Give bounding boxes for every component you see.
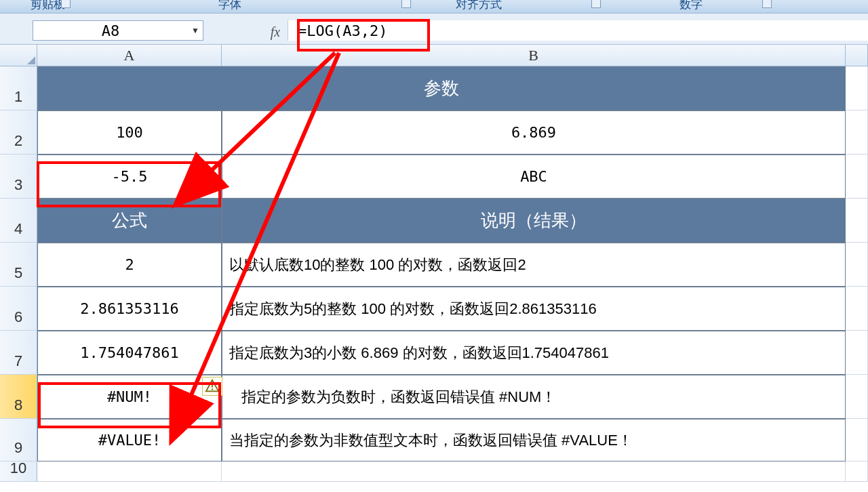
error-smart-tag[interactable]	[202, 377, 222, 396]
cell-c1[interactable]	[846, 66, 868, 110]
cell-b8[interactable]: 指定的参数为负数时，函数返回错误值 #NUM！	[222, 375, 846, 419]
cell-b3[interactable]: ABC	[222, 155, 846, 199]
cell-a4[interactable]: 公式	[37, 199, 222, 243]
row-header-9[interactable]: 9	[0, 419, 37, 462]
name-box[interactable]: A8 ▼	[33, 20, 203, 41]
dialog-launcher-icon[interactable]	[762, 0, 772, 8]
row-header-6[interactable]: 6	[0, 287, 37, 331]
row-header-8[interactable]: 8	[0, 375, 37, 419]
cell-c9[interactable]	[846, 419, 868, 462]
cell-c10[interactable]	[846, 462, 868, 482]
cell-b9[interactable]: 当指定的参数为非数值型文本时，函数返回错误值 #VALUE！	[222, 419, 846, 462]
row-header-7[interactable]: 7	[0, 331, 37, 375]
ribbon-group-alignment: 对齐方式	[456, 0, 502, 12]
cell-b10[interactable]	[222, 462, 846, 482]
cell-b5[interactable]: 以默认底数10的整数 100 的对数，函数返回2	[222, 243, 846, 287]
column-header-a[interactable]: A	[37, 45, 222, 66]
row-header-1[interactable]: 1	[0, 66, 37, 110]
cells-area: 参数 100 6.869 -5.5 ABC 公式 说明（结果） 2 以默认底数1	[37, 66, 868, 482]
column-headers: A B	[0, 45, 868, 66]
row-header-4[interactable]: 4	[0, 199, 37, 243]
ribbon-group-number: 数字	[679, 0, 703, 12]
row-headers: 1 2 3 4 5 6 7 8 9 10	[0, 66, 37, 482]
ribbon-bottom-edge: 剪贴板 字体 对齐方式 数字	[0, 0, 868, 14]
cell-a5[interactable]: 2	[37, 243, 222, 287]
cell-c3[interactable]	[846, 155, 868, 199]
cell-a3[interactable]: -5.5	[37, 155, 222, 199]
ribbon-group-font: 字体	[218, 0, 241, 12]
cell-c7[interactable]	[846, 331, 868, 375]
chevron-down-icon[interactable]: ▼	[188, 26, 203, 35]
cell-a8[interactable]: #NUM!	[37, 375, 222, 419]
cell-b6[interactable]: 指定底数为5的整数 100 的对数，函数返回2.861353116	[222, 287, 846, 331]
cell-b8-text: 指定的参数为负数时，函数返回错误值 #NUM！	[241, 387, 556, 407]
formula-text: =LOG(A3,2)	[298, 22, 387, 39]
cell-c8[interactable]	[846, 375, 868, 419]
cell-a7[interactable]: 1.754047861	[37, 331, 222, 375]
row-header-2[interactable]: 2	[0, 110, 37, 155]
cell-b7[interactable]: 指定底数为3的小数 6.869 的对数，函数返回1.754047861	[222, 331, 846, 375]
cell-c4[interactable]	[846, 199, 868, 243]
cell-c5[interactable]	[846, 243, 868, 287]
cell-a2[interactable]: 100	[37, 110, 222, 155]
column-header-b[interactable]: B	[222, 45, 846, 66]
row-header-5[interactable]: 5	[0, 243, 37, 287]
ribbon-group-clipboard: 剪贴板	[31, 0, 65, 12]
row-header-10[interactable]: 10	[0, 462, 37, 482]
cell-c2[interactable]	[846, 110, 868, 155]
cell-a6[interactable]: 2.861353116	[37, 287, 222, 331]
dialog-launcher-icon[interactable]	[61, 0, 71, 8]
dialog-launcher-icon[interactable]	[591, 0, 601, 8]
cell-b2[interactable]: 6.869	[222, 110, 846, 155]
select-all-button[interactable]	[0, 45, 37, 66]
cell-a1-merged[interactable]: 参数	[37, 66, 846, 110]
cell-a9[interactable]: #VALUE!	[37, 419, 222, 462]
cell-a10[interactable]	[37, 462, 222, 482]
formula-input[interactable]: =LOG(A3,2)	[288, 20, 868, 41]
dialog-launcher-icon[interactable]	[401, 0, 411, 8]
cell-b4[interactable]: 说明（结果）	[222, 199, 846, 243]
formula-bar: A8 ▼ fx =LOG(A3,2)	[0, 14, 868, 45]
spreadsheet-grid: A B 1 2 3 4 5 6 7 8 9 10 参数 100 6.869	[0, 45, 868, 482]
cell-c6[interactable]	[846, 287, 868, 331]
column-header-c[interactable]	[846, 45, 868, 66]
svg-point-1	[212, 388, 213, 390]
warning-icon	[205, 379, 220, 394]
row-header-3[interactable]: 3	[0, 155, 37, 199]
name-box-value: A8	[33, 22, 188, 39]
fx-icon[interactable]: fx	[263, 20, 288, 44]
